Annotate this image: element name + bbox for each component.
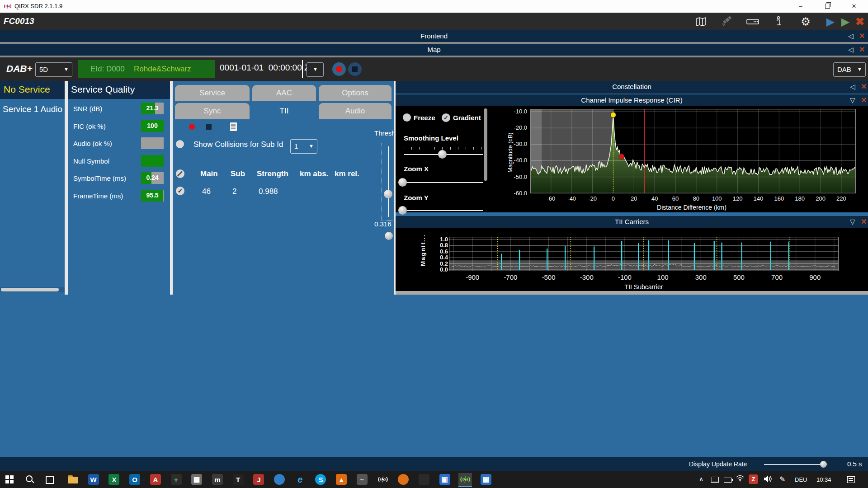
tab-audio[interactable]: Audio: [319, 103, 392, 119]
update-rate-slider-handle[interactable]: [820, 461, 827, 468]
tab-service[interactable]: Service: [175, 85, 250, 101]
action-center-icon[interactable]: [847, 476, 855, 483]
output-mode-select[interactable]: DAB ▼: [833, 62, 866, 77]
gradient-checkbox[interactable]: ✓: [442, 113, 450, 122]
play-primary-icon[interactable]: ▶: [824, 16, 837, 28]
info-icon[interactable]: [772, 16, 785, 28]
map-collapse-icon[interactable]: ◁: [848, 46, 854, 54]
constellation-close-icon[interactable]: ✕: [861, 82, 867, 91]
pen-tray-icon[interactable]: ✎: [779, 475, 785, 488]
taskbar-app-grid-app[interactable]: ▦: [190, 473, 203, 486]
table-cell[interactable]: 46: [202, 187, 211, 196]
tii-carriers-bar[interactable]: TII Carriers ▽ ✕: [396, 216, 868, 228]
column-header[interactable]: km rel.: [335, 169, 359, 178]
column-header[interactable]: km abs.: [300, 169, 328, 178]
zoom-x-slider[interactable]: [402, 182, 483, 183]
right-horizontal-scrollbar[interactable]: [396, 291, 868, 295]
search-icon[interactable]: [24, 474, 36, 485]
taskbar-app-qirx[interactable]: [376, 473, 390, 486]
taskbar-app-photos[interactable]: ▣: [438, 473, 452, 486]
frontend-close-icon[interactable]: ✕: [859, 32, 865, 40]
zoom-y-slider[interactable]: [402, 210, 483, 211]
threshold-knob-2[interactable]: [385, 232, 393, 240]
satellite-icon[interactable]: [721, 16, 733, 28]
document-icon[interactable]: [230, 122, 237, 131]
close-button[interactable]: ✕: [844, 0, 864, 13]
timestamp-dropdown[interactable]: ▼: [307, 62, 324, 77]
threshold-slider-handle[interactable]: [384, 190, 392, 198]
tii-carriers-close-icon[interactable]: ✕: [861, 217, 867, 226]
tab-tii[interactable]: TII: [252, 103, 316, 119]
tab-sync[interactable]: Sync: [175, 103, 250, 119]
column-header[interactable]: Sub: [231, 169, 245, 178]
constellation-collapse-icon[interactable]: ◁: [850, 83, 855, 91]
taskbar-app-j-app[interactable]: J: [252, 473, 265, 486]
tab-options[interactable]: Options: [319, 85, 392, 101]
taskbar-app-dark-app[interactable]: [417, 473, 431, 486]
settings-gear-icon[interactable]: ⚙: [799, 16, 812, 28]
threshold-slider[interactable]: [382, 143, 394, 221]
smoothing-slider-handle[interactable]: [438, 150, 447, 159]
cir-bar[interactable]: Channel Impulse Response (CIR) ▽ ✕: [396, 94, 868, 106]
tab-aac[interactable]: AAC: [252, 85, 316, 101]
taskbar-app-excel[interactable]: X: [107, 473, 121, 486]
zoom-y-slider-handle[interactable]: [398, 206, 407, 215]
tray-expand-icon[interactable]: ∧: [699, 475, 703, 488]
taskbar-app-dark-plus-app[interactable]: +: [170, 473, 183, 486]
anydesk-tray-icon[interactable]: Z: [749, 474, 758, 488]
freeze-radio[interactable]: [403, 113, 411, 122]
tii-stop-icon[interactable]: [206, 124, 212, 130]
maximize-button[interactable]: [817, 0, 838, 13]
start-button[interactable]: [4, 474, 16, 485]
taskbar-app-vlc[interactable]: ▲: [335, 473, 348, 486]
language-indicator[interactable]: DEU: [795, 476, 807, 483]
taskbar-app-word[interactable]: W: [87, 473, 100, 486]
record-button[interactable]: [332, 62, 346, 76]
dongle-icon[interactable]: [746, 16, 759, 28]
taskbar-app-gray-app[interactable]: ~: [355, 473, 369, 486]
taskbar-app-photos-2[interactable]: ▣: [479, 473, 493, 486]
select-all-icon[interactable]: [176, 169, 184, 178]
column-header[interactable]: Strength: [257, 169, 288, 178]
map-bar[interactable]: Map ◁ ✕: [0, 44, 868, 56]
taskbar-app-browser[interactable]: [273, 473, 286, 486]
stop-close-icon[interactable]: ✖: [854, 16, 866, 28]
taskbar-app-skype[interactable]: S: [314, 473, 327, 486]
taskbar-app-qirx-active[interactable]: [458, 473, 472, 487]
cir-collapse-icon[interactable]: ▽: [850, 96, 855, 104]
minimize-button[interactable]: –: [790, 0, 811, 13]
task-view-icon[interactable]: [43, 474, 56, 485]
taskbar-app-ie[interactable]: e: [293, 473, 307, 486]
column-header[interactable]: Main: [200, 169, 218, 178]
update-rate-slider[interactable]: [764, 464, 827, 465]
taskbar-app-outlook[interactable]: O: [128, 473, 142, 486]
taskbar-app-red-app[interactable]: A: [149, 473, 162, 486]
taskbar-app-t-app[interactable]: T: [231, 473, 245, 486]
taskbar-app-media-app[interactable]: [396, 473, 410, 486]
play-secondary-icon[interactable]: ▶: [839, 16, 852, 28]
constellation-bar[interactable]: Constellation ◁ ✕: [396, 81, 868, 94]
battery-icon[interactable]: [724, 478, 732, 483]
tii-carriers-collapse-icon[interactable]: ▽: [850, 218, 855, 226]
frontend-bar[interactable]: Frontend ◁ ✕: [0, 30, 868, 42]
sub-id-select[interactable]: 1 ▼: [290, 139, 317, 154]
frontend-collapse-icon[interactable]: ◁: [848, 32, 854, 40]
stop-button[interactable]: [348, 62, 362, 76]
volume-icon[interactable]: [763, 475, 772, 488]
wifi-icon[interactable]: [736, 474, 744, 488]
service-list-item[interactable]: Service 1 Audio: [3, 104, 62, 114]
table-cell[interactable]: 2: [232, 187, 236, 196]
row-checked-icon[interactable]: ✓: [176, 187, 184, 195]
cir-close-icon[interactable]: ✕: [861, 96, 867, 104]
taskbar-app-file-explorer[interactable]: [66, 473, 80, 486]
cir-controls-scrollbar[interactable]: [484, 108, 487, 181]
clock[interactable]: 10:34: [816, 476, 831, 483]
zoom-x-slider-handle[interactable]: [398, 178, 407, 187]
tii-record-icon[interactable]: [189, 124, 195, 130]
channel-select[interactable]: 5D ▼: [35, 62, 72, 77]
splitter[interactable]: [65, 81, 68, 295]
table-cell[interactable]: 0.988: [259, 187, 278, 196]
map-close-icon[interactable]: ✕: [859, 45, 865, 54]
show-collisions-radio[interactable]: [176, 140, 184, 148]
taskbar-app-m-app[interactable]: m: [211, 473, 224, 486]
